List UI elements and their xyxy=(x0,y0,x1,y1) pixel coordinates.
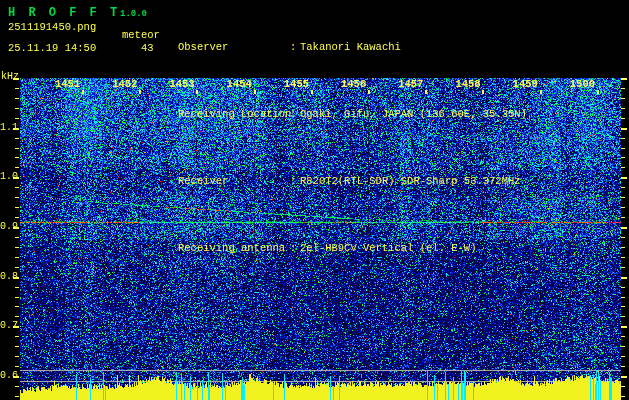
time-tick-label: 1456 xyxy=(341,79,366,90)
station-info-row: Receiving antenna : 2el-HB9CV Vertical (… xyxy=(178,242,527,255)
station-info-colon: : xyxy=(290,242,300,255)
station-info-colon: : xyxy=(290,175,300,188)
station-info-value: Takanori Kawachi xyxy=(300,41,401,54)
time-tick-label: 1454 xyxy=(227,79,252,90)
station-info-label: Receiver xyxy=(178,175,290,188)
station-info-label: Receiving Location xyxy=(178,108,290,121)
freq-tick-label: 0.9 xyxy=(0,222,16,232)
time-tick-label: 1451 xyxy=(55,79,80,90)
time-tick-label: 1500 xyxy=(570,79,595,90)
station-info-value: R820T2(RTL-SDR) SDR-Sharp 53.372MHz xyxy=(300,175,521,188)
station-info-colon: : xyxy=(290,108,300,121)
frame-datetime: 25.11.19 14:50 xyxy=(8,42,96,54)
output-filename: 2511191450.png xyxy=(8,21,96,33)
freq-tick-label: 0.7 xyxy=(0,321,16,331)
time-tick-label: 1452 xyxy=(112,79,137,90)
station-info-label: Receiving antenna xyxy=(178,242,290,255)
freq-tick-label: 0.8 xyxy=(0,272,16,282)
freq-tick-label: 0.6 xyxy=(0,371,16,381)
mode-label: meteor xyxy=(122,29,160,41)
station-info-value: 2el-HB9CV Vertical (el. E-W) xyxy=(300,242,476,255)
app-title: H R O F F T xyxy=(8,6,120,20)
time-tick-label: 1458 xyxy=(455,79,480,90)
station-info-value: Ogaki, Gifu, JAPAN (136.60E, 35.35N) xyxy=(300,108,527,121)
station-info-row: Observer : Takanori Kawachi xyxy=(178,41,527,54)
station-info-row: Receiving Location : Ogaki, Gifu, JAPAN … xyxy=(178,108,527,121)
echo-count: 43 xyxy=(141,42,154,54)
station-info: Observer : Takanori Kawachi Receiving Lo… xyxy=(178,5,527,291)
time-tick-label: 1457 xyxy=(398,79,423,90)
station-info-row: Receiver : R820T2(RTL-SDR) SDR-Sharp 53.… xyxy=(178,175,527,188)
time-tick-label: 1455 xyxy=(284,79,309,90)
station-info-colon: : xyxy=(290,41,300,54)
freq-tick-label: 1.0 xyxy=(0,172,16,182)
hrofft-window: H R O F F T 1.0.0 2511191450.png meteor … xyxy=(0,0,629,400)
time-tick-label: 1453 xyxy=(169,79,194,90)
station-info-label: Observer xyxy=(178,41,290,54)
time-tick-label: 1459 xyxy=(513,79,538,90)
freq-tick-label: 1.1 xyxy=(0,123,16,133)
app-version: 1.0.0 xyxy=(120,9,147,19)
freq-axis-unit: kHz xyxy=(1,71,19,82)
